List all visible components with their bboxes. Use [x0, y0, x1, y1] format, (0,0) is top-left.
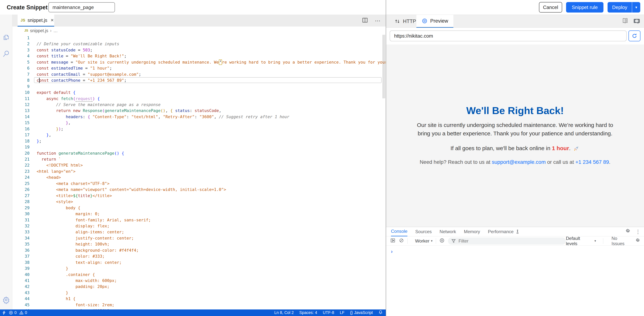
indentation[interactable]: Spaces: 4 — [300, 310, 317, 315]
code-line-44[interactable]: 44 h1 { — [12, 296, 386, 302]
errors-indicator[interactable]: 0 — [9, 310, 17, 315]
code-line-38[interactable]: 38 text-align: center; — [12, 259, 386, 265]
console-sidebar-toggle-icon[interactable] — [390, 238, 396, 244]
tab-performance[interactable]: Performance — [488, 227, 520, 236]
context-selector[interactable]: Worker▾ — [415, 238, 432, 244]
code-line-25[interactable]: 25 <meta charset="UTF-8"> — [12, 180, 386, 187]
tab-console[interactable]: Console — [391, 227, 408, 236]
code-line-11[interactable]: 11 async fetch(request) { — [12, 96, 386, 102]
code-line-39[interactable]: 39 } — [12, 265, 386, 271]
files-icon[interactable] — [2, 33, 10, 42]
filter-funnel-icon — [451, 238, 456, 244]
code-line-19[interactable]: 19 — [12, 144, 386, 150]
code-line-20[interactable]: 20function generateMaintenancePage() { — [12, 150, 386, 156]
editor-pane: Create Snippet J — [0, 0, 386, 316]
eol-sequence[interactable]: LF — [340, 310, 344, 315]
warnings-indicator[interactable]: 0 — [19, 310, 27, 315]
refresh-button[interactable] — [628, 31, 640, 41]
code-line-15[interactable]: 15 }, — [12, 120, 386, 126]
split-editor-icon[interactable] — [362, 17, 368, 24]
console-settings-gear-icon[interactable] — [635, 238, 640, 244]
code-line-18[interactable]: 18}; — [12, 138, 386, 144]
console-prompt[interactable]: › — [391, 249, 393, 254]
code-line-21[interactable]: 21 return ` — [12, 156, 386, 162]
code-line-33[interactable]: 33 align-items: center; — [12, 229, 386, 235]
snippet-rule-button[interactable]: Snippet rule — [566, 2, 604, 13]
filter-input[interactable] — [458, 238, 556, 244]
code-line-9[interactable]: 9 — [12, 83, 386, 90]
code-line-42[interactable]: 42 padding: 20px; — [12, 283, 386, 290]
settings-gear-icon[interactable] — [2, 296, 10, 304]
tab-preview[interactable]: Preview — [416, 15, 454, 28]
snippet-name-input[interactable] — [48, 2, 115, 12]
cancel-button[interactable]: Cancel — [539, 2, 562, 13]
code-line-45[interactable]: 45 font-size: 2rem; — [12, 302, 386, 308]
code-line-4[interactable]: 4const title = "We'll Be Right Back!"; — [12, 53, 386, 59]
deploy-dropdown-caret[interactable]: ▾ — [632, 2, 640, 13]
clear-console-icon[interactable] — [399, 238, 404, 244]
tab-memory[interactable]: Memory — [464, 227, 480, 236]
language-mode[interactable]: {} JavaScript — [350, 310, 373, 315]
code-line-28[interactable]: 28 <style> — [12, 199, 386, 205]
tab-snippet-js[interactable]: JS snippet.js × — [18, 15, 54, 27]
activity-bar — [0, 15, 12, 309]
preview-tabstrip: HTTP Preview — [386, 15, 644, 28]
phone-link[interactable]: +1 234 567 89 — [576, 159, 609, 165]
code-line-13[interactable]: 13 return new Response(generateMaintenan… — [12, 108, 386, 114]
refresh-icon — [632, 33, 638, 39]
notifications-bell-icon[interactable] — [378, 310, 383, 315]
code-line-17[interactable]: 17 }, — [12, 132, 386, 138]
tab-close-icon[interactable]: × — [51, 18, 54, 23]
devtools-settings-gear-icon[interactable] — [625, 228, 630, 235]
tab-sources[interactable]: Sources — [415, 227, 432, 236]
discord-icon[interactable] — [633, 18, 640, 25]
code-line-32[interactable]: 32 display: flex; — [12, 223, 386, 229]
code-line-29[interactable]: 29 body { — [12, 205, 386, 211]
remote-indicator-icon[interactable] — [2, 310, 6, 315]
console-filter[interactable] — [448, 237, 566, 245]
code-line-5[interactable]: 5const message = "Our site is currently … — [12, 59, 386, 65]
code-line-8[interactable]: 8const contactPhone = "+1 234 567 89"; — [12, 77, 386, 83]
deploy-button[interactable]: Deploy — [608, 2, 632, 13]
code-line-12[interactable]: 12 // Serve the maintenance page as a re… — [12, 102, 386, 108]
code-line-2[interactable]: 2// Define your customizable inputs — [12, 41, 386, 47]
code-line-23[interactable]: 23<html lang="en"> — [12, 168, 386, 174]
code-line-31[interactable]: 31 font-family: Arial, sans-serif; — [12, 217, 386, 223]
code-line-24[interactable]: 24 <head> — [12, 174, 386, 180]
code-line-37[interactable]: 37 color: #333; — [12, 253, 386, 259]
docs-book-icon[interactable] — [622, 18, 629, 25]
code-line-30[interactable]: 30 margin: 0; — [12, 211, 386, 217]
code-line-35[interactable]: 35 height: 100vh; — [12, 241, 386, 247]
encoding[interactable]: UTF-8 — [323, 310, 334, 315]
code-line-22[interactable]: 22 <!DOCTYPE html> — [12, 162, 386, 168]
devtools-kebab-icon[interactable]: ⋮ — [636, 229, 641, 235]
breadcrumb-file[interactable]: snippet.js — [30, 28, 48, 33]
issues-counter[interactable]: No Issues — [612, 236, 631, 246]
code-line-36[interactable]: 36 background-color: #f4f4f4; — [12, 247, 386, 253]
code-line-3[interactable]: 3const statusCode = 503; — [12, 47, 386, 53]
code-line-7[interactable]: 7const contactEmail = "support@example.c… — [12, 71, 386, 77]
code-line-46[interactable]: 46 color: #0056b3; — [12, 308, 386, 309]
code-line-6[interactable]: 6const estimatedTime = "1 hour"; — [12, 65, 386, 71]
tab-network[interactable]: Network — [440, 227, 456, 236]
search-icon[interactable] — [2, 50, 10, 58]
code-line-43[interactable]: 43 } — [12, 290, 386, 296]
code-line-16[interactable]: 16 }); — [12, 126, 386, 132]
code-editor[interactable]: 12// Define your customizable inputs3con… — [12, 35, 386, 309]
code-line-40[interactable]: 40 .container { — [12, 271, 386, 278]
code-line-41[interactable]: 41 max-width: 600px; — [12, 277, 386, 284]
code-line-26[interactable]: 26 <meta name="viewport" content="width=… — [12, 186, 386, 193]
code-line-14[interactable]: 14 headers: { "Content-Type": "text/html… — [12, 114, 386, 120]
code-line-10[interactable]: 10export default { — [12, 89, 386, 96]
support-email-link[interactable]: support@example.com — [492, 159, 546, 165]
log-levels-dropdown[interactable]: Default levels▾ — [566, 236, 596, 246]
code-line-27[interactable]: 27 <title>${title}</title> — [12, 193, 386, 199]
cursor-position[interactable]: Ln 8, Col 2 — [274, 310, 294, 315]
breadcrumb: JS snippet.js › … — [12, 27, 386, 35]
breadcrumb-symbol[interactable]: … — [54, 28, 58, 33]
more-actions-icon[interactable]: ⋯ — [375, 18, 381, 24]
code-line-1[interactable]: 1 — [12, 35, 386, 41]
live-expression-eye-icon[interactable] — [439, 238, 444, 244]
preview-url-input[interactable] — [390, 31, 626, 41]
code-line-34[interactable]: 34 justify-content: center; — [12, 235, 386, 241]
